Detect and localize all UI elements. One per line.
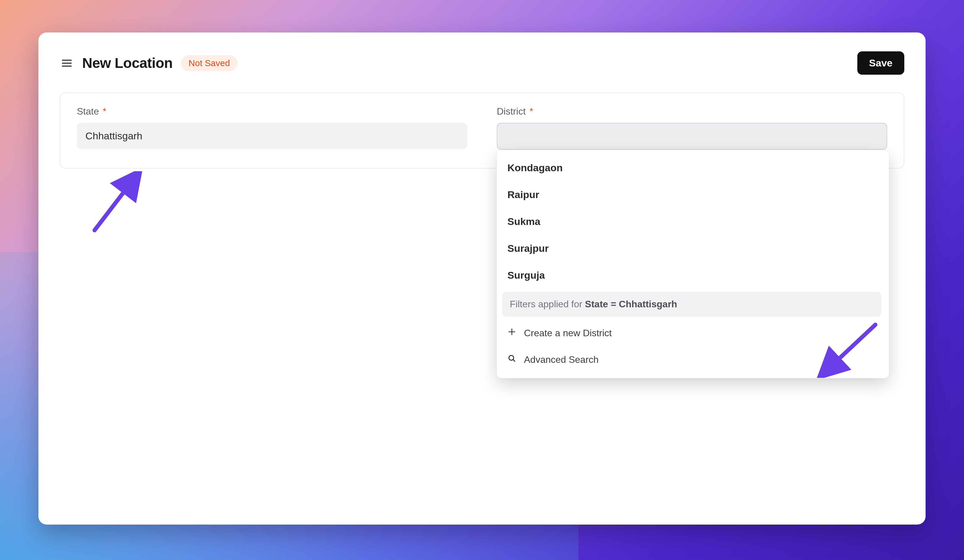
menu-icon[interactable] — [60, 56, 74, 70]
dropdown-option[interactable]: Surajpur — [500, 235, 884, 262]
dropdown-scroll[interactable]: Kondagaon Raipur Sukma Surajpur Surguja … — [500, 154, 886, 373]
dropdown-option[interactable]: Sukma — [500, 208, 884, 235]
filter-prefix: Filters applied for — [510, 299, 585, 309]
plus-icon — [507, 327, 516, 339]
create-label: Create a new District — [524, 328, 612, 339]
save-button[interactable]: Save — [857, 51, 904, 75]
district-dropdown: Kondagaon Raipur Sukma Surajpur Surguja … — [497, 150, 889, 378]
search-icon — [507, 354, 516, 365]
state-input[interactable] — [77, 123, 467, 149]
district-label-text: District — [497, 106, 526, 117]
form-card: New Location Not Saved Save State * Dist… — [38, 32, 926, 524]
required-marker: * — [529, 106, 533, 117]
form-panel: State * District * Kondagaon Raipur Sukm… — [60, 93, 904, 169]
filter-note: Filters applied for State = Chhattisgarh — [502, 292, 881, 317]
district-input[interactable] — [497, 123, 887, 150]
state-label-text: State — [77, 106, 99, 117]
state-field: State * — [77, 106, 467, 150]
create-new-district[interactable]: Create a new District — [500, 320, 884, 346]
required-marker: * — [103, 106, 106, 117]
page-header: New Location Not Saved Save — [60, 51, 904, 75]
advanced-search[interactable]: Advanced Search — [500, 346, 884, 373]
filter-condition: State = Chhattisgarh — [585, 299, 677, 309]
dropdown-option[interactable]: Kondagaon — [500, 154, 884, 181]
page-title: New Location — [82, 55, 173, 71]
svg-line-5 — [94, 180, 133, 230]
svg-line-4 — [513, 360, 515, 361]
advanced-label: Advanced Search — [524, 354, 599, 365]
annotation-arrow-icon — [89, 171, 145, 236]
dropdown-option[interactable]: Surguja — [500, 262, 884, 289]
state-label: State * — [77, 106, 467, 117]
dropdown-option[interactable]: Raipur — [500, 181, 884, 208]
district-label: District * — [497, 106, 887, 117]
district-field: District * Kondagaon Raipur Sukma Surajp… — [497, 106, 887, 150]
status-badge: Not Saved — [181, 55, 238, 71]
